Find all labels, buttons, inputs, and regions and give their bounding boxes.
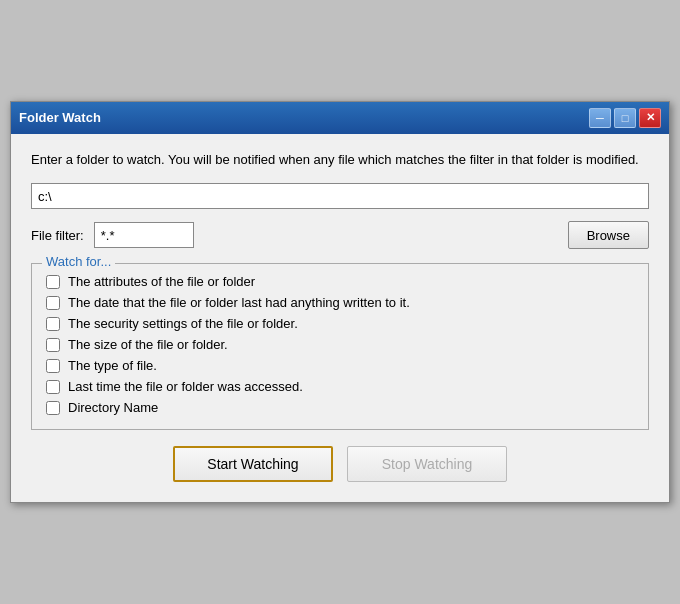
minimize-button[interactable]: ─: [589, 108, 611, 128]
file-filter-label: File filter:: [31, 228, 84, 243]
buttons-row: Start Watching Stop Watching: [31, 446, 649, 482]
watch-for-legend: Watch for...: [42, 254, 115, 269]
checkbox-label-dirname[interactable]: Directory Name: [68, 400, 158, 415]
checkbox-item-access: Last time the file or folder was accesse…: [46, 379, 634, 394]
checkbox-label-attributes[interactable]: The attributes of the file or folder: [68, 274, 255, 289]
title-bar: Folder Watch ─ □ ✕: [11, 102, 669, 134]
main-content: Enter a folder to watch. You will be not…: [11, 134, 669, 503]
checkbox-type[interactable]: [46, 359, 60, 373]
checkbox-label-date[interactable]: The date that the file or folder last ha…: [68, 295, 410, 310]
checkbox-item-size: The size of the file or folder.: [46, 337, 634, 352]
checkbox-date[interactable]: [46, 296, 60, 310]
checkbox-size[interactable]: [46, 338, 60, 352]
checkbox-item-dirname: Directory Name: [46, 400, 634, 415]
window-title: Folder Watch: [19, 110, 101, 125]
file-filter-row: File filter: Browse: [31, 221, 649, 249]
folder-watch-window: Folder Watch ─ □ ✕ Enter a folder to wat…: [10, 101, 670, 504]
checkbox-label-access[interactable]: Last time the file or folder was accesse…: [68, 379, 303, 394]
maximize-button[interactable]: □: [614, 108, 636, 128]
close-button[interactable]: ✕: [639, 108, 661, 128]
checkbox-item-attributes: The attributes of the file or folder: [46, 274, 634, 289]
checkbox-label-security[interactable]: The security settings of the file or fol…: [68, 316, 298, 331]
checkbox-access[interactable]: [46, 380, 60, 394]
title-bar-controls: ─ □ ✕: [589, 108, 661, 128]
browse-button[interactable]: Browse: [568, 221, 649, 249]
file-filter-input[interactable]: [94, 222, 194, 248]
checkbox-item-date: The date that the file or folder last ha…: [46, 295, 634, 310]
start-watching-button[interactable]: Start Watching: [173, 446, 333, 482]
checkbox-item-security: The security settings of the file or fol…: [46, 316, 634, 331]
description-text: Enter a folder to watch. You will be not…: [31, 150, 649, 170]
folder-input[interactable]: [31, 183, 649, 209]
checkbox-security[interactable]: [46, 317, 60, 331]
checkbox-item-type: The type of file.: [46, 358, 634, 373]
checkbox-attributes[interactable]: [46, 275, 60, 289]
watch-for-group: Watch for... The attributes of the file …: [31, 263, 649, 430]
checkbox-label-size[interactable]: The size of the file or folder.: [68, 337, 228, 352]
stop-watching-button[interactable]: Stop Watching: [347, 446, 507, 482]
checkbox-dirname[interactable]: [46, 401, 60, 415]
checkbox-label-type[interactable]: The type of file.: [68, 358, 157, 373]
